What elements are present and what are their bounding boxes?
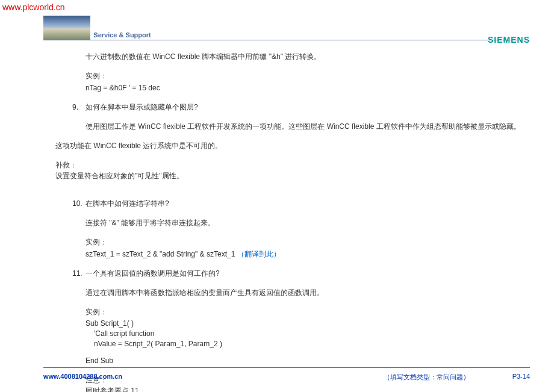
service-support-label: Service & Support [93,31,151,40]
code-line-4: End Sub [86,356,530,366]
siemens-logo: SIEMENS [488,35,530,45]
main-content: 十六进制数的数值在 WinCC flexible 脚本编辑器中用前缀 "&h" … [0,40,554,392]
question-11: 11.一个具有返回值的函数调用是如何工作的? [72,268,530,279]
question-9: 9.如何在脚本中显示或隐藏单个图层? [72,102,530,113]
intro-paragraph: 十六进制数的数值在 WinCC flexible 脚本编辑器中用前缀 "&h" … [86,51,530,62]
q9-answer: 使用图层工作是 WinCC flexible 工程软件开发系统的一项功能。这些图… [86,121,530,132]
header: Service & Support [0,0,554,40]
q10-answer: 连接符 "&" 能够用于将字符串连接起来。 [86,217,530,228]
q10-number: 10. [72,198,86,209]
example-label-1: 实例： [86,70,530,81]
footer-divider [43,367,530,368]
footer-doctype: （填写文档类型：常问问题） [384,373,470,382]
q9-text: 如何在脚本中显示或隐藏单个图层? [86,103,198,111]
q9-fix-text: 设置变量符合相应对象的"可见性"属性。 [55,170,530,181]
q11-number: 11. [72,268,86,279]
q11-answer: 通过在调用脚本中将函数指派给相应的变量而产生具有返回值的函数调用。 [86,287,530,298]
translate-link[interactable]: （翻译到此） [237,250,281,258]
code-line-3: nValue = Script_2( Param_1, Param_2 ) [86,339,530,349]
footer-content: www.4008104288.com.cn （填写文档类型：常问问题） P3-1… [43,373,530,380]
q9-fix-label: 补救： [55,160,530,170]
note-text: 同时参考要点 11. [86,385,530,392]
q11-text: 一个具有返回值的函数调用是如何工作的? [86,269,220,278]
q9-note1: 这项功能在 WinCC flexible 运行系统中是不可用的。 [55,140,530,151]
code-line-2: 'Call script function [86,329,530,339]
example-code-1: nTag = &h0F ' = 15 dec [86,82,530,93]
q9-number: 9. [72,102,86,113]
question-10: 10.在脚本中如何连结字符串? [72,198,530,209]
example-code-2: szText_1 = szText_2 & "add String" & szT… [86,249,530,260]
header-banner-image [43,16,90,40]
example-code-2-text: szText_1 = szText_2 & "add String" & szT… [86,250,235,258]
footer: www.4008104288.com.cn （填写文档类型：常问问题） P3-1… [43,367,530,380]
example-label-2: 实例： [86,237,530,247]
code-line-1: Sub Script_1( ) [86,319,530,329]
q9-fix: 补救： 设置变量符合相应对象的"可见性"属性。 [55,160,530,181]
code-block-sub: Sub Script_1( ) 'Call script function nV… [86,319,530,366]
footer-page: P3-14 [512,373,530,380]
footer-link[interactable]: www.4008104288.com.cn [43,373,122,380]
example-label-3: 实例： [86,306,530,317]
q10-text: 在脚本中如何连结字符串? [86,199,169,208]
